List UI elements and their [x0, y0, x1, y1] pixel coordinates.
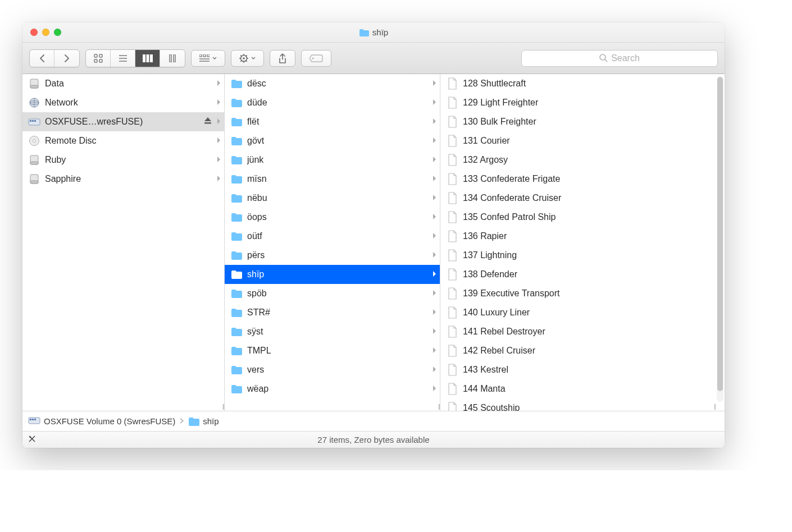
folder-item[interactable]: dësc [225, 74, 440, 93]
file-icon [446, 287, 458, 300]
files-column[interactable]: 128 Shuttlecraft 129 Light Freighter 130… [440, 74, 725, 411]
arrange-button[interactable] [191, 50, 225, 67]
folder-icon [230, 175, 243, 184]
folder-label: gövt [247, 136, 427, 146]
file-item[interactable]: 135 Confed Patrol Ship [440, 208, 725, 227]
zoom-icon[interactable] [54, 29, 61, 36]
folder-item[interactable]: shïp [225, 265, 440, 284]
device-item[interactable]: Remote Disc [22, 131, 224, 150]
svg-rect-7 [143, 54, 145, 62]
svg-rect-12 [199, 54, 202, 57]
folder-item[interactable]: STR# [225, 303, 440, 322]
back-button[interactable] [30, 50, 54, 67]
path-segment[interactable]: shïp [188, 416, 219, 426]
file-label: 141 Rebel Destroyer [463, 327, 712, 337]
svg-rect-40 [204, 122, 211, 124]
folder-item[interactable]: përs [225, 246, 440, 265]
chevron-right-icon [432, 80, 436, 88]
file-item[interactable]: 131 Courier [440, 131, 725, 150]
search-input[interactable]: Search [521, 50, 718, 67]
file-item[interactable]: 140 Luxury Liner [440, 303, 725, 322]
pathbar: OSXFUSE Volume 0 (SwresFUSE)shïp [22, 411, 725, 431]
file-item[interactable]: 141 Rebel Destroyer [440, 322, 725, 341]
folder-item[interactable]: TMPL [225, 341, 440, 360]
file-item[interactable]: 138 Defender [440, 265, 725, 284]
file-icon [446, 77, 458, 90]
titlebar: shïp [22, 22, 725, 43]
tags-button[interactable] [301, 50, 331, 67]
file-item[interactable]: 132 Argosy [440, 150, 725, 169]
file-label: 137 Lightning [463, 250, 712, 260]
folders-column[interactable]: dësc düde flët gövt jünk mïsn nëbu öops … [225, 74, 440, 411]
view-icon-button[interactable] [86, 50, 111, 67]
chevron-down-icon [251, 57, 256, 60]
file-label: 140 Luxury Liner [463, 308, 712, 318]
scrollbar[interactable] [717, 76, 723, 402]
forward-button[interactable] [54, 50, 79, 67]
eject-icon[interactable] [204, 117, 212, 127]
folder-item[interactable]: spöb [225, 284, 440, 303]
file-label: 130 Bulk Freighter [463, 117, 712, 127]
file-icon [446, 345, 458, 357]
close-icon[interactable] [30, 29, 38, 36]
folder-item[interactable]: oütf [225, 227, 440, 246]
file-item[interactable]: 139 Executive Transport [440, 284, 725, 303]
device-item[interactable]: Ruby [22, 150, 224, 169]
folder-label: vers [247, 365, 427, 375]
device-item[interactable]: Network [22, 93, 224, 112]
folder-item[interactable]: jünk [225, 150, 440, 169]
svg-rect-31 [30, 85, 38, 88]
view-column-button[interactable] [135, 50, 160, 67]
file-item[interactable]: 145 Scoutship [440, 398, 725, 411]
file-item[interactable]: 130 Bulk Freighter [440, 112, 725, 131]
chevron-right-icon [432, 194, 436, 203]
folder-item[interactable]: wëap [225, 379, 440, 398]
folder-item[interactable]: öops [225, 208, 440, 227]
file-item[interactable]: 128 Shuttlecraft [440, 74, 725, 93]
svg-rect-38 [32, 120, 34, 122]
window-title-text: shïp [372, 27, 388, 37]
device-item[interactable]: OSXFUSE…wresFUSE) [22, 112, 224, 131]
svg-rect-14 [207, 54, 210, 57]
file-item[interactable]: 143 Kestrel [440, 360, 725, 379]
action-button[interactable] [231, 50, 264, 67]
file-item[interactable]: 142 Rebel Cruiser [440, 341, 725, 360]
folder-item[interactable]: gövt [225, 131, 440, 150]
file-item[interactable]: 129 Light Freighter [440, 93, 725, 112]
view-gallery-button[interactable] [160, 50, 185, 67]
folder-item[interactable]: sÿst [225, 322, 440, 341]
device-item[interactable]: Data [22, 74, 224, 93]
device-item[interactable]: Sapphire [22, 169, 224, 189]
share-button[interactable] [270, 50, 295, 67]
file-label: 131 Courier [463, 136, 712, 146]
folder-item[interactable]: nëbu [225, 189, 440, 208]
file-item[interactable]: 134 Confederate Cruiser [440, 189, 725, 208]
hdd-icon [28, 155, 40, 165]
devices-column[interactable]: Data Network OSXFUSE…wresFUSE) Remote Di… [22, 74, 225, 411]
svg-rect-3 [99, 59, 102, 62]
folder-item[interactable]: flët [225, 112, 440, 131]
svg-rect-8 [146, 54, 149, 62]
view-list-button[interactable] [111, 50, 135, 67]
file-icon [446, 249, 458, 262]
chevron-right-icon [216, 118, 221, 126]
svg-rect-48 [30, 419, 31, 420]
file-item[interactable]: 133 Confederate Frigate [440, 169, 725, 189]
file-item[interactable]: 136 Rapier [440, 227, 725, 246]
file-icon [446, 364, 458, 376]
chevron-right-icon [216, 137, 221, 145]
folder-icon [230, 327, 243, 336]
folder-item[interactable]: mïsn [225, 169, 440, 189]
folder-icon [359, 29, 369, 36]
folder-item[interactable]: düde [225, 93, 440, 112]
file-item[interactable]: 144 Manta [440, 379, 725, 398]
minimize-icon[interactable] [42, 29, 49, 36]
chevron-right-icon [216, 175, 221, 184]
scrollthumb[interactable] [717, 77, 723, 391]
file-item[interactable]: 137 Lightning [440, 246, 725, 265]
folder-label: shïp [247, 269, 427, 279]
folder-item[interactable]: vers [225, 360, 440, 379]
chevron-down-icon [212, 57, 217, 60]
folder-icon [230, 384, 243, 393]
path-segment[interactable]: OSXFUSE Volume 0 (SwresFUSE) [28, 416, 175, 426]
